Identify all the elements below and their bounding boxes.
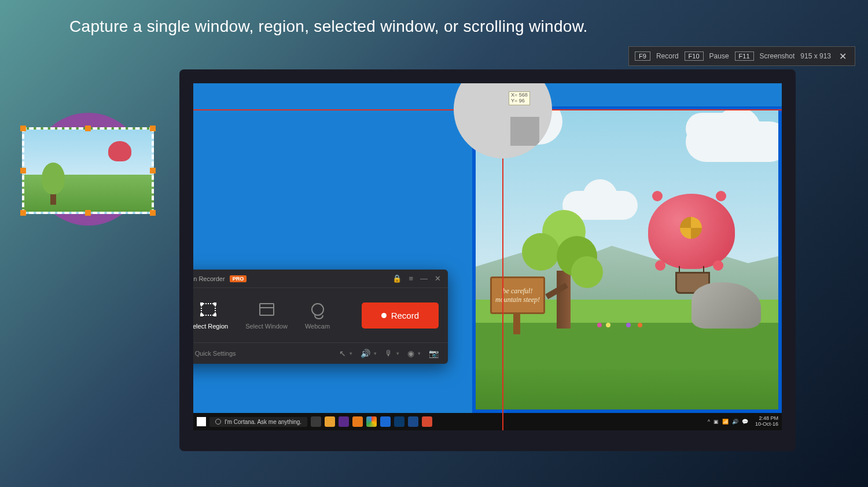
cortana-search[interactable]: I'm Cortana. Ask me anything. [209, 417, 307, 427]
mode-label: Webcam [305, 323, 330, 330]
hotkey-screenshot: F11 [735, 51, 754, 61]
selection-frame[interactable] [22, 127, 154, 214]
cursor-toggle[interactable]: ↖▾ [339, 349, 352, 358]
taskbar-app-icon[interactable] [394, 416, 404, 427]
hotkey-pause: F10 [685, 51, 704, 61]
windows-taskbar[interactable]: I'm Cortana. Ask me anything. ^ ▣ 📶 🔊 💬 … [193, 413, 782, 430]
taskbar-app-icon[interactable] [422, 416, 432, 427]
close-icon[interactable]: ✕ [435, 274, 441, 283]
balloon-graphic [648, 194, 735, 269]
capture-control-bar: F9 Record F10 Pause F11 Screenshot 915 x… [628, 46, 855, 66]
mode-select-region[interactable]: Select Region [193, 298, 234, 332]
webcam-toggle[interactable]: ◉▾ [407, 349, 421, 358]
taskbar-app-icon[interactable] [311, 416, 321, 427]
cortana-icon [215, 419, 221, 425]
chevron-down-icon: ▾ [374, 351, 377, 356]
desktop-screen[interactable]: be careful! mountain steep! X= 568Y= 96 … [193, 83, 782, 430]
mode-label: Select Region [193, 323, 228, 330]
window-icon [259, 303, 274, 316]
monitor-frame: be careful! mountain steep! X= 568Y= 96 … [179, 69, 796, 451]
record-dot-icon [381, 313, 387, 318]
resize-handle[interactable] [150, 126, 156, 131]
recorder-titlebar[interactable]: TweakShot Screen Recorder PRO 🔒 ≡ — ✕ [193, 270, 448, 288]
screenshot-toggle[interactable]: 📷 [429, 349, 439, 358]
speaker-icon: 🔊 [361, 349, 370, 358]
hotkey-record-label: Record [656, 52, 679, 60]
audio-toggle[interactable]: 🔊▾ [361, 349, 377, 358]
resize-handle[interactable] [20, 210, 26, 216]
tray-network-icon[interactable]: 📶 [722, 419, 729, 425]
taskbar-clock[interactable]: 2:48 PM10-Oct-16 [755, 416, 778, 427]
microphone-icon: 🎙 [385, 349, 393, 358]
mode-webcam[interactable]: Webcam [299, 298, 336, 332]
cursor-icon: ↖ [339, 349, 346, 358]
hotkey-record: F9 [635, 51, 650, 61]
system-tray[interactable]: ^ ▣ 📶 🔊 💬 [708, 419, 748, 425]
app-title: TweakShot Screen Recorder [193, 275, 225, 282]
quick-settings-button[interactable]: ⚙ Quick Settings [193, 349, 236, 358]
chevron-down-icon: ▾ [396, 351, 399, 356]
close-icon[interactable]: ✕ [837, 51, 849, 62]
resize-handle[interactable] [150, 168, 156, 174]
resize-handle[interactable] [20, 168, 26, 174]
taskbar-app-icon[interactable] [352, 416, 363, 427]
menu-icon[interactable]: ≡ [409, 274, 413, 283]
resize-handle[interactable] [85, 210, 91, 216]
tray-notifications-icon[interactable]: 💬 [742, 419, 748, 425]
minimize-icon[interactable]: — [420, 274, 428, 283]
region-icon [201, 303, 216, 316]
sign-text: be careful! mountain steep! [490, 276, 545, 314]
hotkey-screenshot-label: Screenshot [760, 52, 795, 60]
pro-badge: PRO [230, 275, 247, 282]
camera-icon: 📷 [429, 349, 439, 358]
webcam-small-icon: ◉ [407, 349, 414, 358]
resize-handle[interactable] [150, 210, 156, 216]
taskbar-app-icon[interactable] [339, 416, 349, 427]
taskbar-app-icon[interactable] [325, 416, 335, 427]
region-thumbnail [17, 110, 159, 234]
cortana-placeholder: I'm Cortana. Ask me anything. [225, 419, 301, 425]
webcam-icon [311, 303, 324, 316]
taskbar-app-icon[interactable] [380, 416, 391, 427]
mode-label: Select Window [245, 323, 288, 330]
chevron-down-icon: ▾ [350, 351, 352, 356]
tray-icon[interactable]: ▣ [713, 419, 719, 425]
tray-chevron-icon[interactable]: ^ [708, 419, 710, 425]
capture-dimensions: 915 x 913 [800, 52, 831, 60]
chevron-down-icon: ▾ [418, 351, 421, 356]
taskbar-chrome-icon[interactable] [366, 416, 377, 427]
quick-settings-label: Quick Settings [195, 350, 236, 357]
coordinate-tooltip: X= 568Y= 96 [509, 91, 530, 105]
start-button[interactable] [197, 417, 206, 426]
mode-select-window[interactable]: Select Window [240, 298, 293, 332]
resize-handle[interactable] [85, 126, 91, 131]
lock-icon[interactable]: 🔒 [392, 274, 402, 283]
mic-toggle[interactable]: 🎙▾ [385, 349, 399, 358]
taskbar-app-icon[interactable] [408, 416, 418, 427]
hotkey-pause-label: Pause [709, 52, 729, 60]
recorder-panel[interactable]: TweakShot Screen Recorder PRO 🔒 ≡ — ✕ Fu… [193, 270, 448, 364]
tray-volume-icon[interactable]: 🔊 [732, 419, 738, 425]
page-headline: Capture a single window, region, selecte… [69, 17, 588, 36]
record-button-label: Record [391, 311, 419, 320]
resize-handle[interactable] [20, 126, 26, 131]
record-button[interactable]: Record [362, 302, 439, 329]
